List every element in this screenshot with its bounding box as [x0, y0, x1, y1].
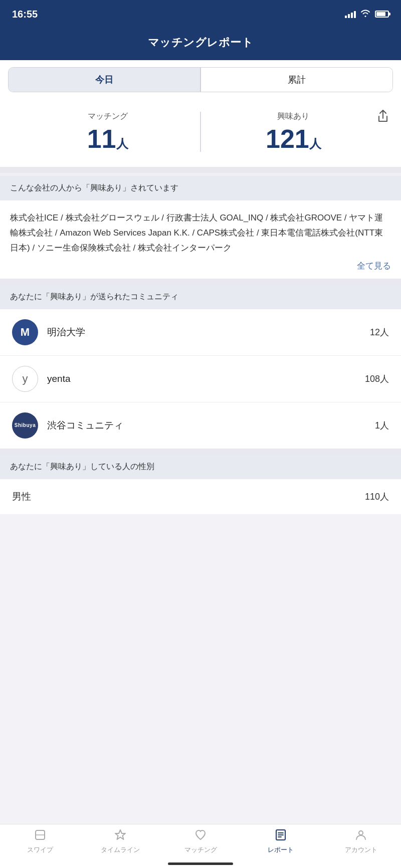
interest-value: 121人	[201, 126, 386, 152]
company-list-card: 株式会社ICE / 株式会社グロースウェル / 行政書士法人 GOAL_INQ …	[0, 200, 401, 279]
status-time: 16:55	[12, 9, 38, 20]
nav-label-timeline: タイムライン	[101, 845, 140, 854]
community-name-yenta: yenta	[47, 373, 365, 384]
gender-count-male: 110人	[365, 491, 389, 503]
community-item-shibuya[interactable]: Shibuya 渋谷コミュニティ 1人	[0, 402, 401, 449]
matching-stat: マッチング 11人	[15, 111, 200, 152]
nav-item-matching[interactable]: マッチング	[160, 824, 241, 858]
gap-1	[0, 167, 401, 173]
nav-label-account: アカウント	[345, 845, 377, 854]
svg-point-6	[359, 831, 363, 835]
avatar-meiji: M	[12, 319, 38, 345]
companies-section-header: こんな会社の人から「興味あり」されています	[0, 176, 401, 200]
community-name-meiji: 明治大学	[47, 326, 370, 339]
nav-item-account[interactable]: アカウント	[321, 824, 401, 858]
community-section-header: あなたに「興味あり」が送られたコミュニティ	[0, 285, 401, 309]
tab-switcher: 今日 累計	[0, 60, 401, 99]
nav-item-timeline[interactable]: タイムライン	[80, 824, 160, 858]
tab-today[interactable]: 今日	[9, 68, 200, 92]
gap-3	[0, 279, 401, 285]
stats-card: マッチング 11人 興味あり 121人	[0, 99, 401, 167]
status-icons	[345, 9, 389, 19]
community-count-shibuya: 1人	[375, 419, 389, 431]
avatar-yenta: y	[12, 366, 38, 392]
companies-section: こんな会社の人から「興味あり」されています 株式会社ICE / 株式会社グロース…	[0, 176, 401, 279]
home-indicator	[168, 862, 233, 865]
avatar-shibuya: Shibuya	[12, 412, 38, 439]
bottom-nav: スワイプ タイムライン マッチング レポート	[0, 824, 401, 868]
matching-value: 11人	[15, 126, 200, 152]
share-button[interactable]	[377, 109, 389, 126]
wifi-icon	[360, 9, 371, 19]
community-count-yenta: 108人	[365, 373, 389, 385]
account-icon	[354, 828, 367, 843]
swipe-icon	[34, 828, 47, 843]
gender-section-header: あなたに「興味あり」している人の性別	[0, 455, 401, 479]
gap-4	[0, 449, 401, 455]
nav-label-report: レポート	[268, 845, 294, 854]
community-card: M 明治大学 12人 y yenta 108人 Shibuya 渋谷コミュニティ…	[0, 309, 401, 449]
gender-section: あなたに「興味あり」している人の性別 男性 110人	[0, 455, 401, 514]
battery-icon	[375, 11, 389, 18]
gender-row-male: 男性 110人	[12, 490, 389, 503]
matching-label: マッチング	[15, 111, 200, 122]
gender-card: 男性 110人	[0, 479, 401, 514]
nav-label-swipe: スワイプ	[27, 845, 53, 854]
signal-icon	[345, 10, 356, 18]
page-header: マッチングレポート	[0, 26, 401, 60]
timeline-icon	[114, 828, 127, 843]
see-all-button[interactable]: 全て見る	[10, 260, 391, 272]
interest-label: 興味あり	[201, 111, 386, 122]
community-item-yenta[interactable]: y yenta 108人	[0, 356, 401, 402]
nav-item-report[interactable]: レポート	[241, 824, 321, 858]
gender-label-male: 男性	[12, 490, 31, 503]
interest-stat: 興味あり 121人	[201, 111, 386, 152]
status-bar: 16:55	[0, 0, 401, 26]
community-name-shibuya: 渋谷コミュニティ	[47, 419, 375, 432]
nav-item-swipe[interactable]: スワイプ	[0, 824, 80, 858]
community-section: あなたに「興味あり」が送られたコミュニティ M 明治大学 12人 y yenta…	[0, 285, 401, 449]
community-count-meiji: 12人	[370, 326, 389, 338]
community-item-meiji[interactable]: M 明治大学 12人	[0, 309, 401, 356]
page-title: マッチングレポート	[10, 35, 391, 50]
nav-label-matching: マッチング	[184, 845, 217, 854]
report-icon	[274, 828, 287, 843]
stats-row: マッチング 11人 興味あり 121人	[15, 111, 386, 152]
matching-icon	[194, 828, 207, 843]
tab-cumulative[interactable]: 累計	[201, 68, 392, 92]
company-list-text: 株式会社ICE / 株式会社グロースウェル / 行政書士法人 GOAL_INQ …	[10, 210, 391, 255]
